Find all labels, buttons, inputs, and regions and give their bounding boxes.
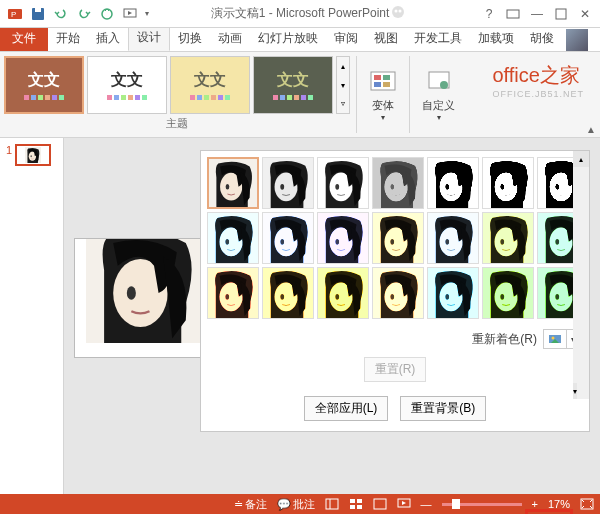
tab-review[interactable]: 审阅 <box>326 26 366 51</box>
recolor-option-7[interactable] <box>207 212 259 264</box>
recolor-option-12[interactable] <box>482 212 534 264</box>
reset-background-button[interactable]: 重置背景(B) <box>400 396 486 421</box>
slide-thumbnail-1[interactable] <box>15 144 51 166</box>
themes-group-label: 主题 <box>4 116 350 131</box>
theme-thumb-2[interactable]: 文文 <box>87 56 167 114</box>
tab-developer[interactable]: 开发工具 <box>406 26 470 51</box>
svg-point-22 <box>552 337 555 340</box>
slideshow-icon[interactable] <box>119 3 141 25</box>
recolor-option-11[interactable] <box>427 212 479 264</box>
recolor-option-4[interactable] <box>427 157 479 209</box>
themes-group: 文文 文文 文文 文文 ▴▾▿ 主题 <box>4 56 350 133</box>
tab-design[interactable]: 设计 <box>128 24 170 51</box>
themes-gallery-expand[interactable]: ▴▾▿ <box>336 56 350 114</box>
zoom-in-icon[interactable]: + <box>532 498 538 510</box>
minimize-icon[interactable]: — <box>526 3 548 25</box>
svg-rect-18 <box>383 82 390 87</box>
slide-number: 1 <box>6 144 12 156</box>
tab-transitions[interactable]: 切换 <box>170 26 210 51</box>
recolor-option-16[interactable] <box>317 267 369 319</box>
recolor-option-0[interactable] <box>207 157 259 209</box>
recolor-option-15[interactable] <box>262 267 314 319</box>
theme-thumb-1[interactable]: 文文 <box>4 56 84 114</box>
svg-rect-26 <box>357 499 362 503</box>
theme-thumb-3[interactable]: 文文 <box>170 56 250 114</box>
customize-button[interactable]: 自定义▾ <box>416 56 461 133</box>
svg-point-11 <box>399 10 402 13</box>
recolor-option-14[interactable] <box>207 267 259 319</box>
recolor-option-18[interactable] <box>427 267 479 319</box>
variants-button[interactable]: 变体▾ <box>363 56 403 133</box>
fit-to-window-icon[interactable] <box>580 498 594 510</box>
ribbon-tabs: 文件 开始 插入 设计 切换 动画 幻灯片放映 审阅 视图 开发工具 加载项 胡… <box>0 28 600 52</box>
recolor-option-2[interactable] <box>317 157 369 209</box>
recolor-option-1[interactable] <box>262 157 314 209</box>
recolor-option-5[interactable] <box>482 157 534 209</box>
svg-rect-14 <box>371 72 395 90</box>
svg-point-7 <box>102 9 112 19</box>
scroll-up-icon[interactable]: ▴ <box>573 151 589 167</box>
view-sorter-icon[interactable] <box>349 498 363 510</box>
undo-icon[interactable] <box>50 3 72 25</box>
scroll-down-icon[interactable]: ▾ <box>573 383 577 399</box>
svg-rect-29 <box>374 499 386 509</box>
collapse-ribbon-icon[interactable]: ▲ <box>586 124 596 135</box>
tab-slideshow[interactable]: 幻灯片放映 <box>250 26 326 51</box>
recolor-label: 重新着色(R) <box>472 331 537 348</box>
maximize-icon[interactable] <box>550 3 572 25</box>
view-reading-icon[interactable] <box>373 498 387 510</box>
recolor-row: 重新着色(R) ▾ <box>201 325 589 353</box>
svg-rect-12 <box>507 10 519 18</box>
tab-animations[interactable]: 动画 <box>210 26 250 51</box>
tab-view[interactable]: 视图 <box>366 26 406 51</box>
tab-addins[interactable]: 加载项 <box>470 26 522 51</box>
zoom-level[interactable]: 17% <box>548 498 570 510</box>
titlebar: P ▾ 演示文稿1 - Microsoft PowerPoint ? — ✕ <box>0 0 600 28</box>
svg-rect-28 <box>357 505 362 509</box>
avatar[interactable] <box>566 29 588 51</box>
tab-home[interactable]: 开始 <box>48 26 88 51</box>
display-options-icon[interactable] <box>502 3 524 25</box>
view-normal-icon[interactable] <box>325 498 339 510</box>
variants-label: 变体 <box>372 98 394 113</box>
svg-rect-23 <box>326 499 338 509</box>
apply-all-button[interactable]: 全部应用(L) <box>304 396 389 421</box>
user-name[interactable]: 胡俊 <box>522 26 562 51</box>
theme-thumb-4[interactable]: 文文 <box>253 56 333 114</box>
zoom-out-icon[interactable]: — <box>421 498 432 510</box>
action-row: 全部应用(L) 重置背景(B) <box>201 386 589 431</box>
qat-more-icon[interactable]: ▾ <box>142 3 152 25</box>
tab-file[interactable]: 文件 <box>0 26 48 51</box>
recolor-panel: 重新着色(R) ▾ 重置(R) 全部应用(L) 重置背景(B) ▴ ▾ <box>200 150 590 432</box>
save-icon[interactable] <box>27 3 49 25</box>
recolor-grid <box>201 151 589 325</box>
repeat-icon[interactable] <box>96 3 118 25</box>
recolor-option-10[interactable] <box>372 212 424 264</box>
view-slideshow-icon[interactable] <box>397 498 411 510</box>
svg-rect-25 <box>350 499 355 503</box>
recolor-option-19[interactable] <box>482 267 534 319</box>
help-icon[interactable]: ? <box>478 3 500 25</box>
separator <box>409 56 410 133</box>
comments-button[interactable]: 💬 批注 <box>277 497 315 512</box>
redo-icon[interactable] <box>73 3 95 25</box>
close-icon[interactable]: ✕ <box>574 3 596 25</box>
watermark: office之家OFFICE.JB51.NET <box>492 62 584 99</box>
tab-insert[interactable]: 插入 <box>88 26 128 51</box>
scrollbar[interactable]: ▴ ▾ <box>573 151 589 399</box>
notes-button[interactable]: ≐ 备注 <box>234 497 267 512</box>
recolor-option-9[interactable] <box>317 212 369 264</box>
decoration <box>390 4 420 24</box>
svg-text:P: P <box>11 10 16 19</box>
quick-access-toolbar: P ▾ <box>4 3 152 25</box>
customize-label: 自定义 <box>422 98 455 113</box>
svg-rect-27 <box>350 505 355 509</box>
recolor-option-17[interactable] <box>372 267 424 319</box>
ribbon-content: 文文 文文 文文 文文 ▴▾▿ 主题 变体▾ 自定义▾ office之家OFFI… <box>0 52 600 138</box>
recolor-option-3[interactable] <box>372 157 424 209</box>
app-icon[interactable]: P <box>4 3 26 25</box>
svg-rect-17 <box>374 82 381 87</box>
recolor-option-8[interactable] <box>262 212 314 264</box>
zoom-slider[interactable] <box>442 503 522 506</box>
reset-button[interactable]: 重置(R) <box>364 357 427 382</box>
